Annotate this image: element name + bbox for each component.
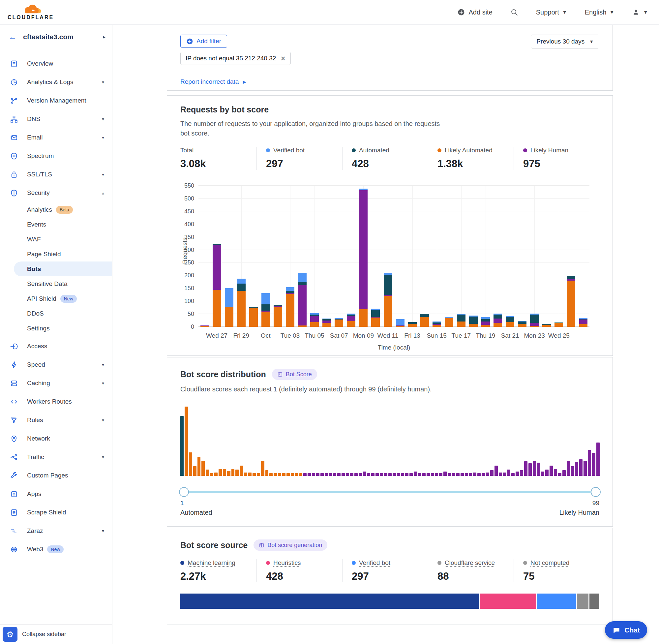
y-tick-label: 50 [188, 310, 194, 318]
sidebar-item-analytics-logs[interactable]: Analytics & Logs▾ [0, 73, 112, 91]
sidebar-item-zaraz[interactable]: Zaraz▾ [0, 522, 112, 540]
histogram-bar [253, 473, 256, 476]
sidebar-item-spectrum[interactable]: Spectrum [0, 147, 112, 165]
arrow-right-icon: ▶ [243, 79, 246, 85]
sidebar-item-ssl-tls[interactable]: SSL/TLS▾ [0, 165, 112, 184]
sidebar-item-dns[interactable]: DNS▾ [0, 110, 112, 128]
sidebar-item-custom-pages[interactable]: Custom Pages [0, 466, 112, 485]
histogram-bar [486, 473, 489, 476]
requests-section-description: The number of requests to your applicati… [180, 119, 444, 138]
sidebar-item-speed[interactable]: Speed▾ [0, 355, 112, 374]
chevron-right-icon[interactable]: ▸ [103, 34, 105, 40]
filter-chip[interactable]: IP does not equal 35.212.240.32 × [180, 52, 291, 65]
histogram-bar [376, 473, 379, 476]
search-button[interactable] [510, 8, 518, 16]
x-tick-label: Fri 29 [233, 332, 249, 339]
sidebar-item-ddos[interactable]: DDoS [0, 306, 112, 321]
sidebar-item-network[interactable]: Network [0, 429, 112, 448]
sidebar-item-analytics[interactable]: AnalyticsBeta [0, 202, 112, 217]
sidebar-item-traffic[interactable]: Traffic▾ [0, 448, 112, 466]
collapse-sidebar-button[interactable]: Collapse sidebar [22, 631, 66, 638]
histogram-bar [409, 473, 413, 476]
language-menu[interactable]: English ▼ [585, 8, 614, 16]
sidebar-item-scrape-shield[interactable]: Scrape Shield [0, 503, 112, 522]
sidebar-item-events[interactable]: Events [0, 217, 112, 232]
histogram-bar [579, 459, 583, 476]
sidebar-item-web3[interactable]: Web3New [0, 540, 112, 558]
x-tick-label: Wed 27 [206, 332, 228, 339]
histogram-bar [363, 472, 366, 476]
sidebar-item-label: Zaraz [27, 527, 43, 534]
sidebar-item-overview[interactable]: Overview [0, 54, 112, 73]
security-icon [10, 189, 18, 197]
x-tick-label: Sat 07 [330, 332, 348, 339]
apps-icon [10, 490, 18, 498]
source-segment-verified-bot [537, 594, 576, 609]
add-site-button[interactable]: Add site [457, 8, 492, 16]
stacked-bar [518, 321, 526, 327]
stacked-bar [445, 317, 453, 327]
sidebar-item-sensitive-data[interactable]: Sensitive Data [0, 276, 112, 291]
sidebar-item-page-shield[interactable]: Page Shield [0, 247, 112, 261]
workers-routes-icon [10, 398, 18, 406]
chevron-down-icon: ▼ [643, 9, 648, 15]
bar-segment-verified_bot [225, 288, 233, 307]
sidebar-item-caching[interactable]: Caching▾ [0, 374, 112, 392]
bar-segment-likely_automated [359, 309, 368, 327]
bar-segment-likely_automated [213, 290, 221, 327]
bot-score-distribution-card: Bot score distribution Bot Score Cloudfl… [167, 357, 613, 527]
add-filter-button[interactable]: Add filter [180, 34, 227, 48]
stacked-bar [310, 313, 319, 327]
histogram-bar [312, 473, 315, 476]
sidebar-item-security[interactable]: Security▴ [0, 184, 112, 202]
sidebar-item-version-management[interactable]: Version Management [0, 91, 112, 110]
sidebar-item-bots[interactable]: Bots [14, 261, 112, 276]
bar-segment-verified_bot [286, 287, 295, 291]
stacked-bar [555, 322, 563, 327]
settings-gear-button[interactable]: ⚙ [3, 627, 18, 642]
bot-score-badge[interactable]: Bot Score [272, 369, 317, 380]
bar-segment-automated [420, 314, 429, 317]
sidebar-item-access[interactable]: Access [0, 337, 112, 355]
date-range-dropdown[interactable]: Previous 30 days ▼ [531, 34, 599, 48]
slider-handle-min[interactable] [179, 487, 189, 497]
stacked-bar [530, 314, 539, 327]
bot-score-generation-badge[interactable]: Bot score generation [254, 539, 327, 551]
slider-min-caption: Automated [180, 509, 212, 516]
slider-handle-max[interactable] [591, 487, 601, 497]
sidebar-item-apps[interactable]: Apps [0, 485, 112, 503]
sidebar-item-rules[interactable]: Rules▾ [0, 411, 112, 429]
close-icon[interactable]: × [281, 54, 285, 63]
docs-book-icon [259, 543, 264, 548]
sidebar-item-waf[interactable]: WAF [0, 232, 112, 247]
report-incorrect-data-link[interactable]: Report incorrect data ▶ [167, 73, 613, 90]
network-icon [10, 435, 18, 443]
sidebar-item-workers-routes[interactable]: Workers Routes [0, 392, 112, 411]
chevron-down-icon: ▾ [102, 528, 104, 533]
chat-button[interactable]: Chat [605, 621, 647, 639]
cloudflare-logo[interactable]: CLOUDFLARE [7, 4, 54, 20]
stat-verified-bot: Verified bot297 [342, 559, 428, 582]
support-menu[interactable]: Support ▼ [536, 8, 567, 16]
sidebar-item-api-shield[interactable]: API ShieldNew [0, 291, 112, 306]
back-arrow-icon[interactable]: ← [8, 32, 17, 42]
sidebar-item-label: Overview [27, 60, 53, 67]
site-selector[interactable]: ← cftestsite3.com ▸ [0, 25, 112, 49]
x-tick-label: Oct [261, 332, 270, 339]
slider-min-value: 1 [180, 500, 184, 507]
histogram-bar [342, 473, 345, 476]
histogram-bar [389, 473, 392, 476]
stat-label-text: Cloudflare service [445, 559, 495, 567]
sidebar-item-settings[interactable]: Settings [0, 321, 112, 336]
filter-chip-text: IP does not equal 35.212.240.32 [186, 55, 276, 62]
slider-values: 1 99 [180, 500, 599, 507]
sidebar-item-email[interactable]: Email▾ [0, 128, 112, 147]
stacked-bar [469, 316, 478, 327]
stat-value: 2.27k [180, 571, 257, 582]
slider-track[interactable] [180, 491, 599, 493]
bar-segment-automated [298, 282, 307, 285]
legend-dot-icon [266, 561, 270, 565]
docs-book-icon [277, 372, 283, 377]
user-menu[interactable]: ▼ [632, 8, 648, 16]
stat-label-text: Not computed [531, 559, 569, 567]
